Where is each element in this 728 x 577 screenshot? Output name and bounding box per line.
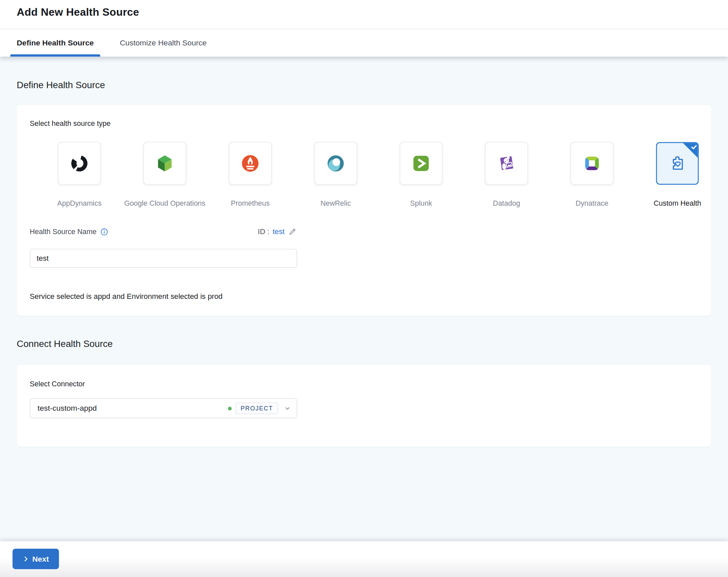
splunk-tile-card	[400, 142, 442, 185]
tab-bar: Define Health Source Customize Health So…	[17, 29, 207, 57]
source-type-label: Datadog	[493, 199, 520, 207]
connector-select[interactable]: test-custom-appd PROJECT	[30, 398, 297, 418]
appdynamics-icon	[69, 153, 89, 174]
footer-bar: Next	[0, 541, 728, 577]
newrelic-icon	[326, 153, 346, 174]
source-type-label: AppDynamics	[57, 199, 102, 207]
datadog-icon	[496, 153, 517, 174]
source-type-label: Dynatrace	[576, 199, 608, 207]
source-type-label: Prometheus	[231, 199, 269, 207]
service-environment-note: Service selected is appd and Environment…	[30, 292, 223, 301]
appdynamics-tile-card	[58, 142, 101, 185]
source-type-datadog[interactable]: Datadog	[464, 142, 549, 207]
select-connector-label: Select Connector	[30, 379, 85, 388]
add-health-source-page: Add New Health Source Define Health Sour…	[0, 0, 728, 577]
active-tab-underline	[10, 54, 101, 57]
check-icon	[690, 143, 697, 151]
prometheus-tile-card	[229, 142, 271, 185]
source-type-splunk[interactable]: Splunk	[379, 142, 464, 207]
tab-define-health-source[interactable]: Define Health Source	[17, 29, 94, 57]
select-source-type-label: Select health source type	[30, 119, 110, 128]
datadog-tile-card	[485, 142, 528, 185]
id-label: ID :	[258, 228, 269, 236]
tab-customize-health-source[interactable]: Customize Health Source	[120, 29, 207, 57]
source-type-prometheus[interactable]: Prometheus	[207, 142, 293, 207]
splunk-icon	[411, 153, 431, 174]
source-type-label: Splunk	[410, 199, 432, 207]
name-and-id-row: Health Source Name ID : test	[30, 227, 297, 236]
source-type-google-cloud-operations[interactable]: Google Cloud Operations	[122, 142, 208, 207]
page-header: Add New Health Source Define Health Sour…	[0, 0, 728, 57]
define-section-heading: Define Health Source	[17, 80, 105, 90]
define-health-source-card: Select health source type AppDynamics	[17, 105, 711, 316]
next-button-label: Next	[32, 555, 49, 563]
source-type-dynatrace[interactable]: Dynatrace	[549, 142, 635, 207]
source-type-appdynamics[interactable]: AppDynamics	[37, 142, 122, 207]
newrelic-tile-card	[314, 142, 357, 185]
info-icon[interactable]	[100, 228, 108, 236]
edit-pencil-icon[interactable]	[288, 227, 297, 236]
prometheus-icon	[240, 153, 260, 174]
connect-health-source-card: Select Connector test-custom-appd PROJEC…	[17, 365, 711, 447]
chevron-right-icon	[23, 556, 29, 562]
source-type-custom-health[interactable]: Custom Health	[635, 142, 720, 207]
page-title: Add New Health Source	[17, 6, 139, 19]
dynatrace-tile-card	[571, 142, 614, 185]
id-row: ID : test	[258, 227, 297, 236]
gco-tile-card	[144, 142, 186, 185]
chevron-down-icon[interactable]	[283, 404, 292, 413]
health-source-name-label-wrap: Health Source Name	[30, 228, 108, 236]
connector-name: test-custom-appd	[30, 404, 228, 413]
source-type-label: Google Cloud Operations	[124, 199, 205, 207]
custom-health-icon	[667, 153, 688, 174]
health-source-name-input[interactable]	[30, 249, 297, 268]
dynatrace-icon	[582, 153, 602, 174]
custom-health-tile-card	[656, 142, 699, 185]
id-value: test	[272, 228, 285, 236]
tab-label: Customize Health Source	[120, 38, 207, 47]
source-type-label: NewRelic	[320, 199, 351, 207]
next-button[interactable]: Next	[13, 549, 59, 569]
health-source-name-label: Health Source Name	[30, 228, 97, 236]
google-cloud-operations-icon	[155, 153, 175, 174]
source-type-label: Custom Health	[653, 199, 701, 207]
tab-label: Define Health Source	[17, 38, 94, 47]
connector-status-dot	[228, 406, 232, 410]
connector-scope-badge: PROJECT	[235, 402, 278, 414]
connect-section-heading: Connect Health Source	[17, 339, 113, 349]
source-type-list: AppDynamics Google Cloud Operations	[37, 142, 720, 207]
source-type-newrelic[interactable]: NewRelic	[293, 142, 379, 207]
